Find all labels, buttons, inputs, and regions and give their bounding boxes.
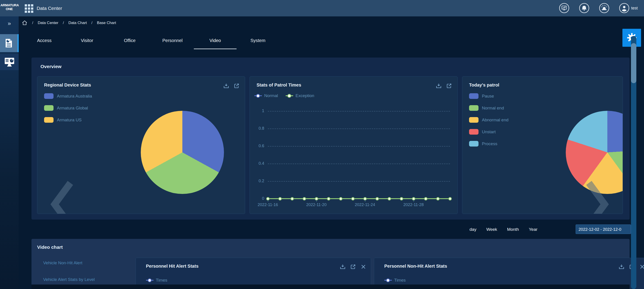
- line-legend: Times: [384, 278, 406, 283]
- carousel-next-arrow-icon[interactable]: [585, 180, 610, 214]
- open-external-icon[interactable]: [234, 83, 240, 89]
- x-axis-tick: [316, 200, 317, 202]
- legend-item-times[interactable]: Times: [384, 278, 406, 283]
- user-menu[interactable]: test: [619, 3, 638, 13]
- page-title: Data Center: [37, 0, 62, 16]
- home-icon[interactable]: [22, 20, 28, 26]
- logo-line2: ONE: [0, 7, 18, 11]
- card-title: Regional Device Stats: [44, 82, 91, 88]
- data-point-marker: [448, 197, 452, 201]
- gridline: [268, 146, 450, 147]
- legend-item-armatura-australia[interactable]: Armatura Australia: [44, 93, 92, 99]
- report-document-icon: [5, 38, 12, 48]
- download-icon[interactable]: [223, 83, 229, 89]
- tab-system[interactable]: System: [236, 32, 279, 49]
- data-point-marker: [400, 197, 403, 201]
- video-chart-link-vehicle-alert-stats-by-level[interactable]: Vehicle Alert Stats by Level: [43, 277, 95, 282]
- x-axis-tick-label: 2022-11-16: [258, 203, 278, 207]
- legend-swatch: [44, 93, 54, 99]
- overview-title: Overview: [40, 64, 62, 69]
- legend-item-armatura-us[interactable]: Armatura US: [44, 117, 92, 123]
- notification-bell-icon[interactable]: [579, 3, 589, 13]
- filter-day[interactable]: day: [470, 227, 476, 232]
- data-point-marker: [376, 197, 379, 201]
- y-axis-tick-label: 0.8: [250, 126, 264, 131]
- legend-label: Armatura Global: [57, 106, 88, 111]
- close-icon[interactable]: [639, 264, 644, 270]
- legend-item-normal-end[interactable]: Normal end: [469, 105, 508, 111]
- top-bar: ARMATURA ONE Data Center: [0, 0, 644, 16]
- topbar-actions: test: [559, 3, 638, 13]
- gridline: [268, 111, 450, 111]
- card-actions: [340, 264, 366, 270]
- legend-swatch: [44, 117, 54, 123]
- legend-swatch: [469, 129, 478, 135]
- card-title: Today's patrol: [469, 82, 499, 88]
- legend-item-process[interactable]: Process: [469, 141, 508, 147]
- data-point-marker: [436, 197, 440, 201]
- legend-label: Armatura US: [57, 118, 82, 122]
- filter-year[interactable]: Year: [529, 227, 538, 232]
- x-axis-tick-label: 2022-11-24: [355, 203, 375, 207]
- patrol-times-line-chart: 10.80.60.40.202022-11-162022-11-202022-1…: [250, 77, 457, 214]
- card-regional-device-stats: Regional Device Stats Armatura Australia…: [37, 76, 245, 214]
- tab-visitor[interactable]: Visitor: [66, 32, 108, 49]
- data-point-marker: [327, 197, 330, 201]
- x-axis-tick: [268, 200, 268, 202]
- time-filters: dayWeekMonthYear: [470, 225, 538, 234]
- legend-label: Times: [394, 278, 406, 283]
- vertical-scrollbar-thumb[interactable]: [631, 43, 636, 83]
- download-icon[interactable]: [618, 264, 624, 270]
- overview-panel: Overview Regional Device Stats Armatura …: [32, 57, 630, 220]
- legend-label: Armatura Australia: [57, 94, 92, 99]
- date-range-input[interactable]: 2022-12-02 - 2022-12-0: [576, 225, 631, 234]
- gridline: [268, 164, 450, 164]
- viewport-bottom-cutoff: [32, 285, 630, 289]
- sidebar: »: [0, 16, 19, 289]
- card-todays-patrol: Today's patrol PauseNormal endAbnormal e…: [462, 76, 623, 214]
- close-icon[interactable]: [360, 264, 366, 270]
- breadcrumb-item-data-center[interactable]: Data Center: [38, 21, 58, 25]
- legend-item-times[interactable]: Times: [146, 278, 167, 283]
- breadcrumb: /Data Center/Data Chart/Base Chart: [22, 20, 116, 26]
- data-point-marker: [278, 197, 282, 201]
- line-legend-marker-icon: [146, 280, 154, 281]
- sidebar-item-data-chart[interactable]: [0, 34, 19, 52]
- filter-week[interactable]: Week: [486, 227, 497, 232]
- gridline: [268, 129, 450, 129]
- dashboard-monitor-icon[interactable]: [559, 3, 569, 13]
- tab-video[interactable]: Video: [194, 32, 236, 49]
- legend-swatch: [469, 117, 478, 123]
- legend-label: Process: [482, 141, 498, 146]
- breadcrumb-item-data-chart[interactable]: Data Chart: [68, 21, 87, 25]
- legend-item-armatura-global[interactable]: Armatura Global: [44, 105, 92, 111]
- open-external-icon[interactable]: [350, 264, 356, 270]
- data-point-marker: [339, 197, 342, 201]
- legend-item-abnormal-end[interactable]: Abnormal end: [469, 117, 508, 123]
- vertical-scrollbar-track[interactable]: [631, 36, 636, 289]
- card-actions: [223, 83, 240, 89]
- data-point-marker: [388, 197, 391, 201]
- breadcrumb-separator: /: [32, 21, 33, 25]
- breadcrumb-item-base-chart[interactable]: Base Chart: [97, 21, 116, 25]
- video-chart-link-vehicle-non-hit-alert[interactable]: Vehicle Non-Hit Alert: [43, 261, 95, 266]
- breadcrumb-separator: /: [63, 21, 64, 25]
- armatura-one-logo: ARMATURA ONE: [0, 3, 18, 11]
- download-icon[interactable]: [340, 264, 346, 270]
- legend-item-unstart[interactable]: Unstart: [469, 129, 508, 135]
- line-legend: Times: [146, 278, 167, 283]
- sidebar-expand-icon[interactable]: »: [0, 20, 19, 27]
- series-line-exception: [268, 198, 450, 199]
- legend-item-pause[interactable]: Pause: [469, 93, 508, 99]
- carousel-prev-arrow-icon[interactable]: [50, 180, 74, 214]
- tab-office[interactable]: Office: [108, 32, 151, 49]
- y-axis-tick-label: 0.2: [250, 179, 264, 183]
- alarm-siren-icon[interactable]: [599, 3, 609, 13]
- tab-access[interactable]: Access: [23, 32, 66, 49]
- tab-personnel[interactable]: Personnel: [151, 32, 194, 49]
- filter-month[interactable]: Month: [507, 227, 519, 232]
- app-launcher-grid-icon[interactable]: [25, 4, 33, 13]
- sidebar-item-data-screen[interactable]: [0, 54, 19, 70]
- chart-tabs: AccessVisitorOfficePersonnelVideoSystem: [23, 32, 279, 49]
- y-axis-tick-label: 1: [250, 109, 264, 113]
